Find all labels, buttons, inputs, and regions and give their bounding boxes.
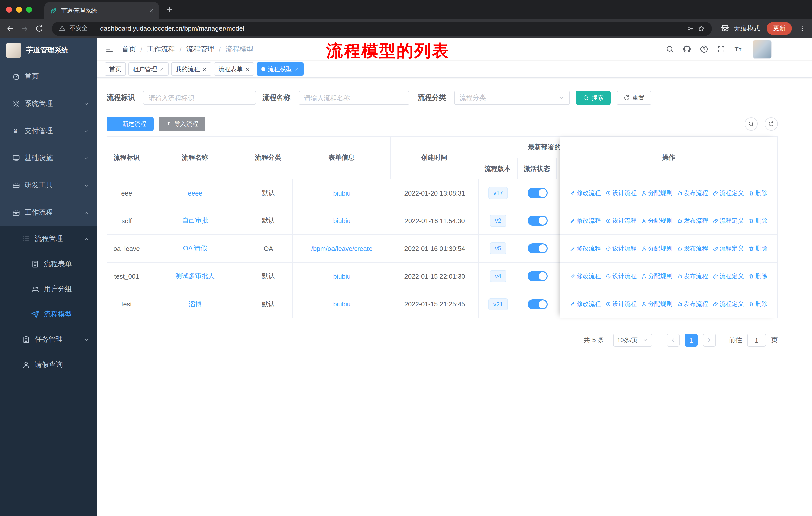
model-name-link[interactable]: 自己审批 xyxy=(182,216,208,225)
op-delete-link[interactable]: 删除 xyxy=(748,272,767,280)
bookmark-star-icon[interactable] xyxy=(698,25,705,32)
op-edit-link[interactable]: 修改流程 xyxy=(570,244,601,253)
version-badge[interactable]: v5 xyxy=(490,242,506,254)
form-info-link[interactable]: biubiu xyxy=(333,300,350,308)
header-search-icon[interactable] xyxy=(666,45,674,53)
security-warning-icon[interactable] xyxy=(59,25,65,32)
address-bar[interactable]: 不安全 dashboard.yudao.iocoder.cn/bpm/manag… xyxy=(52,21,712,35)
sidebar-item-process-model[interactable]: 流程模型 xyxy=(0,302,97,327)
tag-home[interactable]: 首页 xyxy=(105,62,126,76)
tag-process-form[interactable]: 流程表单 xyxy=(214,62,254,76)
op-design-link[interactable]: 设计流程 xyxy=(605,272,637,280)
page-1-button[interactable]: 1 xyxy=(685,333,698,347)
op-definition-link[interactable]: 流程定义 xyxy=(713,300,744,308)
model-name-input[interactable] xyxy=(298,91,409,105)
op-edit-link[interactable]: 修改流程 xyxy=(570,216,601,225)
prev-page-button[interactable] xyxy=(667,333,679,347)
op-delete-link[interactable]: 删除 xyxy=(748,189,767,197)
op-assign-link[interactable]: 分配规则 xyxy=(641,189,672,197)
form-info-link[interactable]: biubiu xyxy=(333,217,350,224)
sidebar-item-system[interactable]: 系统管理 xyxy=(0,90,97,117)
update-button[interactable]: 更新 xyxy=(767,22,792,35)
breadcrumb-item[interactable]: 工作流程 xyxy=(147,45,175,54)
active-switch[interactable] xyxy=(527,216,547,226)
op-delete-link[interactable]: 删除 xyxy=(748,216,767,225)
browser-tab[interactable]: 芋道管理系统 xyxy=(44,2,159,19)
sidebar-item-process-management[interactable]: 流程管理 xyxy=(0,226,97,251)
refresh-table-button[interactable] xyxy=(765,117,778,131)
op-publish-link[interactable]: 发布流程 xyxy=(677,244,708,253)
user-avatar[interactable] xyxy=(753,39,772,59)
window-close-button[interactable] xyxy=(6,6,12,12)
breadcrumb-item[interactable]: 首页 xyxy=(122,45,136,54)
sidebar-item-payment[interactable]: ¥支付管理 xyxy=(0,117,97,145)
password-key-icon[interactable] xyxy=(687,25,694,32)
op-definition-link[interactable]: 流程定义 xyxy=(713,216,744,225)
form-info-link[interactable]: /bpm/oa/leave/create xyxy=(311,245,373,252)
op-publish-link[interactable]: 发布流程 xyxy=(677,300,708,308)
op-edit-link[interactable]: 修改流程 xyxy=(570,300,601,308)
op-definition-link[interactable]: 流程定义 xyxy=(713,272,744,280)
op-assign-link[interactable]: 分配规则 xyxy=(641,244,672,253)
sidebar-item-home[interactable]: 首页 xyxy=(0,63,97,90)
tag-tenant-management[interactable]: 租户管理 xyxy=(128,62,169,76)
github-icon[interactable] xyxy=(683,45,691,53)
op-assign-link[interactable]: 分配规则 xyxy=(641,272,672,280)
toggle-search-button[interactable] xyxy=(745,117,758,131)
sidebar-item-task-management[interactable]: 任务管理 xyxy=(0,327,97,352)
sidebar-item-user-group[interactable]: 用户分组 xyxy=(0,277,97,302)
sidebar-item-workflow[interactable]: 工作流程 xyxy=(0,199,97,226)
fullscreen-icon[interactable] xyxy=(717,45,725,53)
version-badge[interactable]: v17 xyxy=(488,187,508,199)
next-page-button[interactable] xyxy=(703,333,716,347)
op-design-link[interactable]: 设计流程 xyxy=(605,189,637,197)
forward-button[interactable] xyxy=(21,24,29,32)
op-edit-link[interactable]: 修改流程 xyxy=(570,272,601,280)
op-publish-link[interactable]: 发布流程 xyxy=(677,272,708,280)
op-design-link[interactable]: 设计流程 xyxy=(605,300,637,308)
op-design-link[interactable]: 设计流程 xyxy=(605,244,637,253)
version-badge[interactable]: v2 xyxy=(490,215,506,227)
model-name-link[interactable]: 测试多审批人 xyxy=(175,272,215,281)
op-delete-link[interactable]: 删除 xyxy=(748,244,767,253)
model-name-link[interactable]: OA 请假 xyxy=(183,244,207,253)
tag-process-model[interactable]: 流程模型 xyxy=(257,62,303,76)
op-delete-link[interactable]: 删除 xyxy=(748,300,767,308)
op-publish-link[interactable]: 发布流程 xyxy=(677,189,708,197)
import-model-button[interactable]: 导入流程 xyxy=(158,117,205,131)
tag-close-icon[interactable] xyxy=(202,67,207,71)
form-info-link[interactable]: biubiu xyxy=(333,272,350,280)
goto-page-input[interactable] xyxy=(747,333,766,347)
window-minimize-button[interactable] xyxy=(16,6,22,12)
sidebar-toggle-icon[interactable] xyxy=(105,45,114,53)
model-name-link[interactable]: 滔博 xyxy=(188,300,202,309)
active-switch[interactable] xyxy=(527,243,547,253)
sidebar-item-infrastructure[interactable]: 基础设施 xyxy=(0,145,97,172)
tag-close-icon[interactable] xyxy=(294,67,299,71)
version-badge[interactable]: v21 xyxy=(488,298,508,310)
op-design-link[interactable]: 设计流程 xyxy=(605,216,637,225)
active-switch[interactable] xyxy=(527,299,547,309)
font-size-icon[interactable]: TT xyxy=(734,45,743,53)
model-id-input[interactable] xyxy=(143,91,256,105)
reload-button[interactable] xyxy=(35,24,43,32)
active-switch[interactable] xyxy=(527,271,547,281)
tag-my-process[interactable]: 我的流程 xyxy=(171,62,211,76)
browser-menu-icon[interactable] xyxy=(799,25,806,32)
reset-button[interactable]: 重置 xyxy=(617,91,651,105)
op-definition-link[interactable]: 流程定义 xyxy=(713,189,744,197)
window-zoom-button[interactable] xyxy=(26,6,32,12)
op-definition-link[interactable]: 流程定义 xyxy=(713,244,744,253)
form-info-link[interactable]: biubiu xyxy=(333,189,350,197)
op-edit-link[interactable]: 修改流程 xyxy=(570,189,601,197)
op-assign-link[interactable]: 分配规则 xyxy=(641,300,672,308)
active-switch[interactable] xyxy=(527,188,547,198)
model-name-link[interactable]: eeee xyxy=(188,189,202,197)
breadcrumb-item[interactable]: 流程管理 xyxy=(186,45,214,54)
create-model-button[interactable]: 新建流程 xyxy=(107,117,153,131)
op-publish-link[interactable]: 发布流程 xyxy=(677,216,708,225)
search-button[interactable]: 搜索 xyxy=(576,91,611,105)
page-size-select[interactable]: 10条/页 xyxy=(613,333,652,347)
new-tab-button[interactable] xyxy=(166,6,173,13)
sidebar-item-process-form[interactable]: 流程表单 xyxy=(0,251,97,277)
